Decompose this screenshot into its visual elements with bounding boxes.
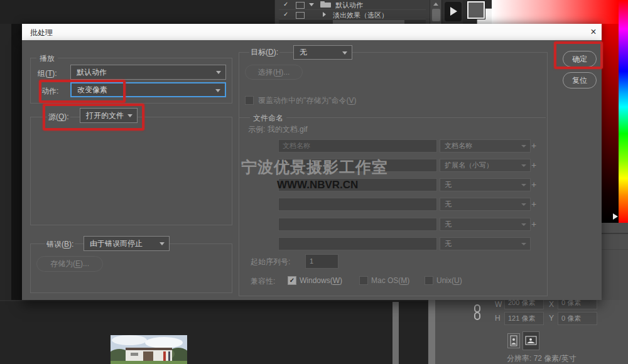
right-panel-band [602, 223, 628, 300]
naming-input-5[interactable] [278, 218, 437, 231]
color-picker-gradient-edge[interactable] [602, 24, 619, 223]
naming-input-4[interactable] [278, 198, 437, 211]
scrollbar-thumb[interactable] [432, 9, 440, 21]
action-row-fade-effect[interactable]: ✓ 淡出效果（选区） [279, 9, 426, 19]
document-canvas [0, 300, 429, 364]
windows-checkbox[interactable]: ✓ [288, 276, 296, 285]
panel-divider [602, 249, 628, 250]
collapsed-caret-icon[interactable] [323, 12, 326, 17]
unix-label: Unix(U) [436, 276, 462, 285]
windows-label: Windows(W) [300, 276, 342, 285]
color-swatches [463, 0, 492, 24]
add-row-icon[interactable]: + [531, 179, 536, 190]
partial-action-row [279, 19, 426, 24]
actions-toolbar [441, 0, 463, 24]
destination-dropdown[interactable]: 无 [293, 45, 352, 60]
action-row-default-actions[interactable]: ✓ 默认动作 [279, 0, 426, 10]
action-set-label[interactable]: 默认动作 [335, 1, 363, 10]
annotation-ok-highlight [554, 41, 603, 69]
add-row-icon[interactable]: + [531, 219, 536, 229]
canvas-vertical-scrollbar[interactable] [392, 302, 399, 364]
file-naming-legend: 文件命名 [250, 113, 286, 124]
height-label: H [495, 314, 501, 323]
height-field[interactable]: 121 像素 [504, 312, 544, 325]
add-row-icon[interactable]: + [531, 199, 536, 209]
y-field[interactable]: 0 像素 [558, 312, 597, 325]
watermark-url: WWW.NBVR.CN [277, 179, 358, 191]
landscape-orientation-button[interactable] [522, 331, 539, 350]
naming-format-1[interactable]: 文档名称 [440, 139, 531, 153]
choose-button[interactable]: 选择(H)... [245, 65, 303, 80]
naming-input-1[interactable]: 文档名称 [278, 139, 437, 153]
set-label: 组(T): [36, 68, 58, 79]
transform-properties-panel: W 200 像素 X 0 像素 H 121 像素 Y 0 像素 分辨率: 72 … [435, 300, 628, 364]
naming-format-3[interactable]: 无 [440, 178, 531, 191]
serial-number-field[interactable]: 1 [305, 254, 338, 269]
x-label: X [549, 300, 554, 309]
override-save-as-label: 覆盖动作中的"存储为"命令(V) [257, 95, 358, 106]
close-icon[interactable]: × [587, 26, 600, 38]
left-edge-strip-dark [11, 24, 22, 301]
naming-format-2[interactable]: 扩展名（小写） [440, 159, 531, 172]
set-dropdown[interactable]: 默认动作 [70, 65, 226, 80]
actions-panel: ✓ 默认动作 ✓ 淡出效果（选区） [274, 0, 442, 24]
workspace-dark-area [0, 0, 274, 24]
naming-format-5[interactable]: 无 [440, 218, 531, 231]
unix-checkbox[interactable] [425, 276, 433, 285]
dialog-toggle-icon[interactable] [296, 2, 305, 9]
action-enabled-check-icon[interactable]: ✓ [283, 11, 288, 18]
annotation-action-highlight [39, 80, 126, 103]
action-label[interactable]: 淡出效果（选区） [333, 11, 388, 20]
error-dropdown[interactable]: 由于错误而停止 [84, 236, 170, 251]
link-dimensions-icon[interactable] [472, 304, 482, 321]
scroll-up-arrow-icon[interactable] [433, 3, 438, 6]
watermark-studio-name: 宁波优景摄影工作室 [241, 157, 388, 178]
play-legend: 播放 [36, 53, 58, 64]
hue-slider-marker[interactable] [613, 213, 618, 220]
naming-format-6[interactable]: 无 [440, 237, 531, 250]
action-set-folder-icon [320, 3, 331, 8]
y-label: Y [549, 314, 554, 323]
naming-example: 示例: 我的文档.gif [248, 124, 308, 135]
naming-format-4[interactable]: 无 [440, 198, 531, 211]
source-groupbox [30, 117, 232, 225]
portrait-orientation-button[interactable] [507, 333, 520, 348]
macos-label: Mac OS(M) [371, 276, 409, 285]
foreground-color-swatch[interactable] [467, 1, 485, 19]
expand-caret-icon[interactable] [309, 3, 314, 6]
resolution-readout: 分辨率: 72 像素/英寸 [507, 353, 577, 364]
macos-checkbox[interactable] [359, 276, 368, 285]
save-as-button[interactable]: 存储为(E)... [36, 256, 103, 272]
left-edge-strip [0, 24, 11, 301]
color-picker-saturation-gradient[interactable] [492, 0, 619, 24]
naming-input-6[interactable] [278, 237, 437, 250]
annotation-source-highlight [43, 104, 144, 131]
photoshop-workspace: ✓ 默认动作 ✓ 淡出效果（选区） [0, 0, 628, 364]
play-icon [450, 7, 457, 16]
dialog-toggle-icon[interactable] [296, 12, 305, 19]
panel-vertical-scrollbar[interactable] [428, 300, 435, 364]
serial-number-label: 起始序列号: [251, 257, 290, 267]
action-enabled-check-icon[interactable]: ✓ [283, 1, 288, 8]
batch-dialog-titlebar[interactable]: 批处理 × [22, 24, 602, 40]
reset-button[interactable]: 复位 [563, 72, 597, 88]
panel-divider [602, 233, 628, 234]
hue-slider-strip[interactable] [619, 0, 628, 223]
compatibility-label: 兼容性: [251, 276, 275, 287]
override-save-as-checkbox[interactable] [245, 96, 254, 105]
add-row-icon[interactable]: + [531, 160, 536, 170]
add-row-icon[interactable]: + [531, 141, 536, 151]
actions-scrollbar[interactable] [430, 0, 442, 24]
destination-label: 目标(D): [249, 47, 279, 58]
play-action-button[interactable] [445, 2, 462, 21]
dialog-title: 批处理 [30, 28, 53, 38]
error-label: 错误(B): [45, 239, 75, 250]
house-photo-thumbnail[interactable] [111, 335, 187, 364]
width-label: W [495, 300, 502, 309]
